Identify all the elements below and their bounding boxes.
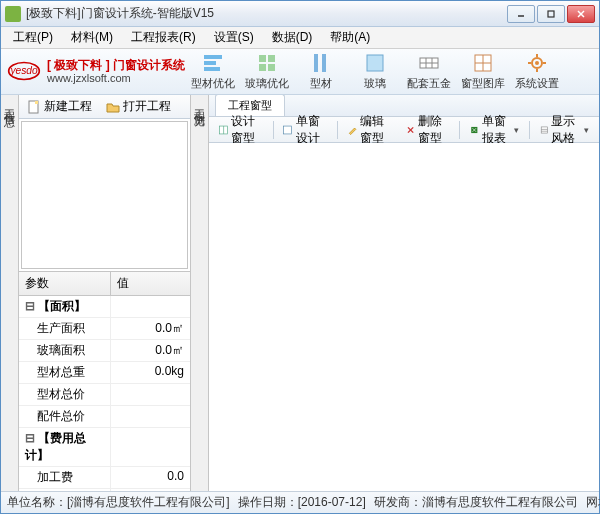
- minimize-button[interactable]: [507, 5, 535, 23]
- param-row[interactable]: 型材总重0.0kg: [19, 362, 190, 384]
- param-grid: 参数 值 【面积】生产面积0.0㎡玻璃面积0.0㎡型材总重0.0kg型材总价配件…: [19, 271, 190, 491]
- svg-rect-30: [35, 101, 38, 104]
- window-title: [极致下料]门窗设计系统-智能版V15: [26, 5, 507, 22]
- status-dev: 淄博有思度软件工程有限公司: [422, 495, 578, 509]
- param-row[interactable]: 玻璃面积0.0㎡: [19, 340, 190, 362]
- svg-point-24: [535, 61, 539, 65]
- param-key: 加工费: [19, 467, 111, 488]
- param-key: 型材总价: [19, 384, 111, 405]
- design-canvas[interactable]: [209, 143, 599, 491]
- main-pane: 工程窗型 设计窗型单窗设计编辑窗型删除窗型单窗报表显示风格: [209, 95, 599, 491]
- param-key: 型材总重: [19, 362, 111, 383]
- hardware-icon: [418, 52, 440, 74]
- single-design-label: 单窗设计: [296, 113, 328, 147]
- param-group-name: 【费用总计】: [19, 428, 111, 466]
- single-report-label: 单窗报表: [482, 113, 512, 147]
- param-value: 0.0kg: [111, 362, 190, 383]
- display-style-icon: [540, 123, 549, 137]
- menu-data[interactable]: 数据(D): [264, 27, 321, 48]
- param-row[interactable]: 型材总价: [19, 384, 190, 406]
- design-window-type-label: 设计窗型: [231, 113, 263, 147]
- toolbar-window-lib-button[interactable]: 窗型图库: [457, 50, 509, 94]
- status-dev-label: 研发商：: [374, 495, 422, 509]
- opt-glass-icon: [256, 52, 278, 74]
- menu-material[interactable]: 材料(M): [63, 27, 121, 48]
- left-pane: 新建工程 打开工程 参数 值 【面积】生产面积0.0㎡玻璃面积0.0㎡型材总重0…: [19, 95, 191, 491]
- status-site-label: 网址：: [586, 495, 600, 509]
- param-row[interactable]: 生产面积0.0㎡: [19, 318, 190, 340]
- app-window: [极致下料]门窗设计系统-智能版V15 工程(P) 材料(M) 工程报表(R) …: [0, 0, 600, 514]
- param-header-val: 值: [111, 272, 190, 295]
- menu-project[interactable]: 工程(P): [5, 27, 61, 48]
- brand-logo-icon: yesdo: [7, 59, 41, 83]
- vtab-project-info[interactable]: 工程信息: [1, 95, 19, 491]
- opt-profile-icon: [202, 52, 224, 74]
- status-unit: [淄博有思度软件工程有限公司]: [67, 495, 230, 509]
- edit-window-type-icon: [348, 123, 357, 137]
- svg-rect-14: [322, 54, 326, 72]
- window-lib-icon: [472, 52, 494, 74]
- param-value: 0.0: [111, 467, 190, 488]
- new-project-label: 新建工程: [44, 98, 92, 115]
- param-header-key: 参数: [19, 272, 111, 295]
- menu-report[interactable]: 工程报表(R): [123, 27, 204, 48]
- vtab-project-browse[interactable]: 工程浏览: [191, 95, 209, 491]
- toolbar-sys-settings-button[interactable]: 系统设置: [511, 50, 563, 94]
- svg-rect-13: [314, 54, 318, 72]
- new-project-button[interactable]: 新建工程: [23, 96, 96, 117]
- param-value: 0.0㎡: [111, 318, 190, 339]
- separator: [529, 121, 530, 139]
- status-date: [2016-07-12]: [298, 495, 366, 509]
- folder-open-icon: [106, 100, 120, 114]
- sub-toolbar: 设计窗型单窗设计编辑窗型删除窗型单窗报表显示风格: [209, 117, 599, 143]
- param-group[interactable]: 【费用总计】: [19, 428, 190, 467]
- menu-help[interactable]: 帮助(A): [322, 27, 378, 48]
- open-project-button[interactable]: 打开工程: [102, 96, 175, 117]
- project-tree[interactable]: [21, 121, 188, 269]
- brand: yesdo [ 极致下料 ] 门窗设计系统 www.jzxlsoft.com: [7, 58, 187, 86]
- status-unit-label: 单位名称：: [7, 495, 67, 509]
- toolbar-opt-glass-button[interactable]: 玻璃优化: [241, 50, 293, 94]
- svg-rect-11: [259, 64, 266, 71]
- param-group[interactable]: 【面积】: [19, 296, 190, 318]
- param-value: [111, 384, 190, 405]
- svg-rect-7: [204, 61, 216, 65]
- param-value: [111, 406, 190, 427]
- menu-settings[interactable]: 设置(S): [206, 27, 262, 48]
- maximize-button[interactable]: [537, 5, 565, 23]
- svg-rect-1: [548, 11, 554, 17]
- separator: [459, 121, 460, 139]
- profile-icon: [310, 52, 332, 74]
- toolbar-profile-button[interactable]: 型材: [295, 50, 347, 94]
- svg-rect-15: [367, 55, 383, 71]
- svg-rect-12: [268, 64, 275, 71]
- delete-window-type-label: 删除窗型: [418, 113, 450, 147]
- toolbar-hardware-label: 配套五金: [407, 76, 451, 91]
- main-toolbar: yesdo [ 极致下料 ] 门窗设计系统 www.jzxlsoft.com 型…: [1, 49, 599, 95]
- svg-rect-6: [204, 55, 222, 59]
- param-row[interactable]: 加工费0.0: [19, 467, 190, 489]
- edit-window-type-label: 编辑窗型: [360, 113, 392, 147]
- toolbar-hardware-button[interactable]: 配套五金: [403, 50, 455, 94]
- svg-rect-9: [259, 55, 266, 62]
- statusbar: 单位名称：[淄博有思度软件工程有限公司] 操作日期：[2016-07-12] 研…: [1, 491, 599, 513]
- param-key: 生产面积: [19, 318, 111, 339]
- project-bar: 新建工程 打开工程: [19, 95, 190, 119]
- sys-settings-icon: [526, 52, 548, 74]
- param-row[interactable]: 配件总价: [19, 406, 190, 428]
- toolbar-glass-button[interactable]: 玻璃: [349, 50, 401, 94]
- new-file-icon: [27, 100, 41, 114]
- glass-icon: [364, 52, 386, 74]
- svg-text:yesdo: yesdo: [9, 66, 38, 77]
- svg-rect-37: [541, 126, 547, 132]
- titlebar: [极致下料]门窗设计系统-智能版V15: [1, 1, 599, 27]
- menubar: 工程(P) 材料(M) 工程报表(R) 设置(S) 数据(D) 帮助(A): [1, 27, 599, 49]
- separator: [337, 121, 338, 139]
- toolbar-opt-profile-button[interactable]: 型材优化: [187, 50, 239, 94]
- toolbar-window-lib-label: 窗型图库: [461, 76, 505, 91]
- design-window-type-icon: [219, 123, 228, 137]
- param-key: 配件总价: [19, 406, 111, 427]
- brand-line2: www.jzxlsoft.com: [47, 72, 185, 85]
- toolbar-opt-profile-label: 型材优化: [191, 76, 235, 91]
- close-button[interactable]: [567, 5, 595, 23]
